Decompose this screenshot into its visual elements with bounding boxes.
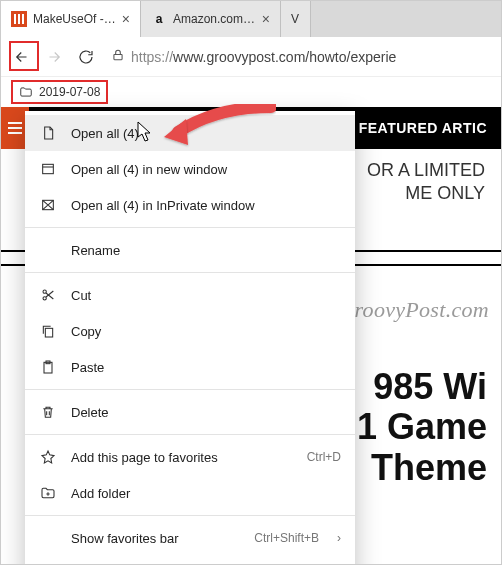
svg-rect-2 — [18, 14, 20, 24]
menu-add-folder[interactable]: Add folder — [25, 475, 355, 511]
menu-open-all-inprivate[interactable]: Open all (4) in InPrivate window — [25, 187, 355, 223]
shortcut: Ctrl+Shift+B — [254, 531, 319, 545]
menu-rename[interactable]: Rename — [25, 232, 355, 268]
folder-label: 2019-07-08 — [39, 85, 100, 99]
featured-label: FEATURED ARTIC — [359, 120, 487, 136]
tab-third[interactable]: V — [281, 1, 311, 37]
folder-plus-icon — [39, 485, 57, 501]
tab-strip: MakeUseOf - Technology, Simpli × a Amazo… — [1, 1, 501, 37]
refresh-button[interactable] — [73, 44, 99, 70]
svg-rect-9 — [45, 328, 52, 337]
svg-rect-3 — [22, 14, 24, 24]
trash-icon — [39, 404, 57, 420]
close-icon[interactable]: × — [262, 11, 270, 27]
headline: 985 Wi 1 Game Theme — [357, 367, 487, 488]
close-icon[interactable]: × — [122, 11, 130, 27]
tab-makeuseof[interactable]: MakeUseOf - Technology, Simpli × — [1, 1, 141, 37]
favicon-amazon: a — [151, 11, 167, 27]
menu-separator — [25, 227, 355, 228]
inprivate-icon — [39, 197, 57, 213]
svg-rect-1 — [14, 14, 16, 24]
lock-icon — [111, 48, 125, 65]
menu-manage-favorites[interactable]: Manage favorites Ctrl+Shift+O — [25, 556, 355, 565]
menu-separator — [25, 515, 355, 516]
menu-separator — [25, 272, 355, 273]
favorites-folder[interactable]: 2019-07-08 — [11, 80, 108, 104]
tab-title: MakeUseOf - Technology, Simpli — [33, 12, 116, 26]
shortcut: Ctrl+D — [307, 450, 341, 464]
menu-paste[interactable]: Paste — [25, 349, 355, 385]
menu-open-all[interactable]: Open all (4) — [25, 115, 355, 151]
star-icon — [39, 449, 57, 465]
window-icon — [39, 161, 57, 177]
menu-separator — [25, 434, 355, 435]
menu-open-all-new-window[interactable]: Open all (4) in new window — [25, 151, 355, 187]
svg-rect-4 — [114, 54, 122, 59]
menu-separator — [25, 389, 355, 390]
tab-title: V — [291, 12, 300, 26]
watermark: groovyPost.com — [343, 297, 489, 323]
toolbar: https://www.groovypost.com/howto/experie — [1, 37, 501, 77]
favorites-bar: 2019-07-08 — [1, 77, 501, 107]
folder-icon — [19, 85, 33, 99]
menu-show-favorites-bar[interactable]: Show favorites bar Ctrl+Shift+B › — [25, 520, 355, 556]
context-menu: Open all (4) Open all (4) in new window … — [25, 111, 355, 565]
svg-rect-5 — [43, 164, 54, 173]
tab-amazon[interactable]: a Amazon.com | Prime Day 2019 × — [141, 1, 281, 37]
cut-icon — [39, 287, 57, 303]
menu-cut[interactable]: Cut — [25, 277, 355, 313]
page-icon — [39, 125, 57, 141]
favicon-muo — [11, 11, 27, 27]
menu-copy[interactable]: Copy — [25, 313, 355, 349]
tab-title: Amazon.com | Prime Day 2019 — [173, 12, 256, 26]
paste-icon — [39, 359, 57, 375]
chevron-right-icon: › — [337, 531, 341, 545]
address-bar[interactable]: https://www.groovypost.com/howto/experie — [105, 44, 493, 69]
back-button[interactable] — [9, 44, 35, 70]
url-text: https://www.groovypost.com/howto/experie — [131, 49, 396, 65]
svg-point-7 — [43, 297, 46, 300]
copy-icon — [39, 323, 57, 339]
menu-delete[interactable]: Delete — [25, 394, 355, 430]
forward-button — [41, 44, 67, 70]
menu-add-page-to-favorites[interactable]: Add this page to favorites Ctrl+D — [25, 439, 355, 475]
svg-point-8 — [43, 290, 46, 293]
